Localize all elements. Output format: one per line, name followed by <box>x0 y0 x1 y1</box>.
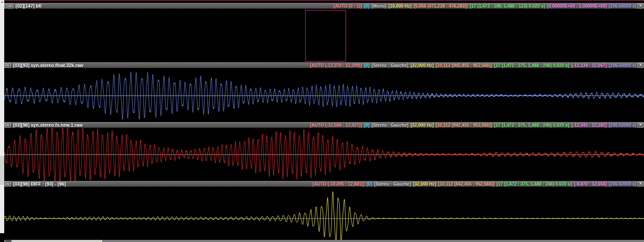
status-field: [0] <box>364 63 370 68</box>
zoom-selection-rect <box>305 10 346 61</box>
status-field: [206.50000 s] <box>609 181 636 186</box>
status-row: [AUTO (-12,586 : 12,427)][0][Stéréo : Ga… <box>310 122 636 128</box>
waveform-view-track-2[interactable] <box>4 68 644 122</box>
track-title: [03][93] syn.stereo.float.32k.raw <box>13 63 83 68</box>
status-field: [17 (1,472 : 375, 1,488 : 246) 0.020 s] <box>494 63 569 68</box>
status-field: [206.50000 s] <box>609 3 636 8</box>
status-field: [AUTO (-12,586 : 12,427)] <box>310 122 362 128</box>
status-field: [AUTO (-12,376 : 12,299)] <box>310 63 362 68</box>
status-field: [-12,134 : 12,057] <box>572 63 607 68</box>
titlebar-track-4[interactable]: [03][98] DIFF : [93] - [96] [AUTO (-10,0… <box>4 181 644 187</box>
close-icon[interactable]: ✕ <box>638 182 643 186</box>
scroll-up-icon[interactable]: ^ <box>0 0 4 5</box>
status-field: [0.00000E+00 : 1.00000E+00] <box>547 3 607 8</box>
horizontal-scroll-button[interactable] <box>5 240 11 242</box>
track-title: [03][96] syn.stereo.fx.new.1.raw <box>13 122 82 128</box>
status-field: [5,056 (471,228 : 476,283)] <box>414 3 468 8</box>
status-field: [Stéréo : Gauche] <box>372 122 409 128</box>
horizontal-scrollbar-thumb[interactable] <box>12 240 102 242</box>
status-field: [17 (1,472 : 375, 1,488 : 246) 0.020 s] <box>497 181 572 186</box>
status-field: [-9,870 : 12,656] <box>574 181 607 186</box>
track-menu-icon[interactable] <box>8 4 13 8</box>
status-field: [206.50000 s] <box>609 122 636 128</box>
titlebar-track-3[interactable]: [03][96] syn.stereo.fx.new.1.raw [AUTO (… <box>4 122 644 128</box>
status-row: [AUTO (-10,095 : 12,881)][0][Stéréo : Ga… <box>312 181 636 186</box>
waveform-view-track-3[interactable] <box>4 128 644 181</box>
status-field: [10,112 (942,455 : 952,566)] <box>436 63 492 68</box>
titlebar-track-2[interactable]: [03][93] syn.stereo.float.32k.raw [AUTO … <box>4 62 644 68</box>
waveform-canvas-blue[interactable] <box>4 68 644 122</box>
status-field: [Mono] <box>372 3 386 8</box>
track-title: [03][98] DIFF : [93] - [96] <box>13 181 66 186</box>
close-icon[interactable]: ✕ <box>638 63 643 68</box>
waveform-view-track-4[interactable] <box>4 187 644 240</box>
close-icon[interactable]: ✕ <box>638 4 643 8</box>
waveform-canvas-red[interactable] <box>4 128 644 181</box>
selection-bottom-line <box>0 0 644 0</box>
status-field: [AUTO (-10,095 : 12,881)] <box>312 181 365 186</box>
status-field: [16,000 Hz] <box>389 3 412 8</box>
status-field: [0] <box>364 122 370 128</box>
status-row: [AUTO (0 : 1)][0][Mono][16,000 Hz][5,056… <box>334 3 636 8</box>
status-field: [17 (1,472 : 375, 1,488 : 246) 0.020 s] <box>494 122 569 128</box>
status-field: [Stéréo : Gauche] <box>372 63 409 68</box>
status-field: [206.50000 s] <box>609 63 636 68</box>
status-field: [0] <box>364 3 370 8</box>
close-icon[interactable]: ✕ <box>638 123 643 128</box>
status-row: [AUTO (-12,376 : 12,299)][0][Stéréo : Ga… <box>310 63 636 68</box>
track-menu-icon[interactable] <box>5 63 11 68</box>
status-field: [32,000 Hz] <box>413 181 436 186</box>
status-field: [AUTO (0 : 1)] <box>334 3 362 8</box>
status-field: [-12,341 : 12,182] <box>572 122 607 128</box>
track-menu-icon[interactable] <box>5 182 11 186</box>
status-field: [32,000 Hz] <box>410 63 434 68</box>
waveform-canvas-yellow[interactable] <box>4 187 644 240</box>
status-field: [32,000 Hz] <box>410 122 434 128</box>
audio-editor-window: ✕ [02][147] bfi [AUTO (0 : 1)][0][Mono][… <box>0 0 644 242</box>
status-field: [0] <box>367 181 372 186</box>
vertical-scrollbar[interactable]: ^ <box>0 0 4 233</box>
status-field: [10,112 (942,455 : 952,566)] <box>436 122 492 128</box>
waveform-view-track-1[interactable] <box>4 9 644 61</box>
track-title: [02][147] bfi <box>16 3 42 8</box>
status-field: [17 (1,472 : 188, 1,488 : 123) 0.020 s] <box>470 3 545 8</box>
track-menu-icon[interactable] <box>5 123 11 128</box>
horizontal-scrollbar[interactable] <box>4 240 644 242</box>
vertical-scrollbar-thumb[interactable] <box>0 156 4 185</box>
status-field: [Stéréo : Gauche] <box>374 181 411 186</box>
titlebar-track-1[interactable]: ✕ [02][147] bfi [AUTO (0 : 1)][0][Mono][… <box>0 3 644 9</box>
status-field: [10,112 (942,455 : 952,566)] <box>438 181 495 186</box>
